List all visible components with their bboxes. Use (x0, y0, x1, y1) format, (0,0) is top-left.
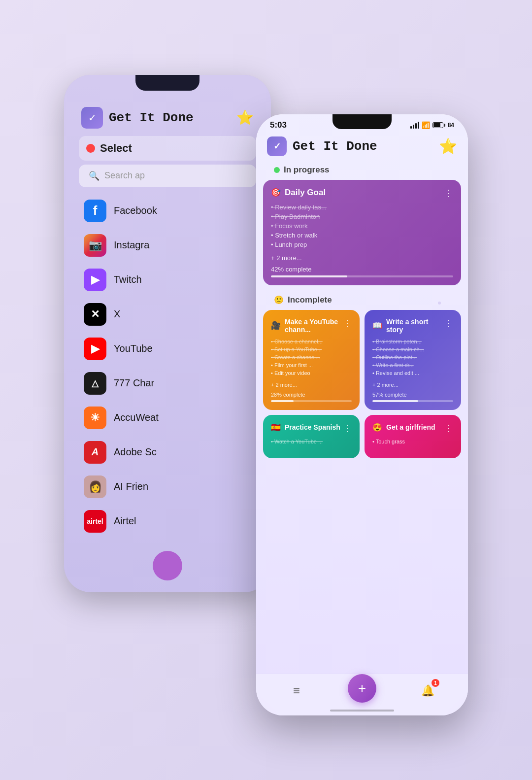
back-select-label: Select (100, 142, 132, 155)
front-phone-notch (332, 114, 392, 129)
unity-icon: △ (84, 372, 106, 395)
accuweather-icon: ☀ (84, 407, 106, 429)
card-header: 🇪🇸 Practice Spanish ⋮ (271, 423, 352, 434)
back-purple-button[interactable] (153, 551, 182, 580)
task-item: • Review daily tas... (271, 203, 453, 212)
front-phone-screen: 5:03 📶 84 (256, 114, 468, 715)
back-app-item-airtel[interactable]: airtel Airtel (76, 504, 259, 539)
battery-icon (432, 122, 445, 128)
back-search-icon: 🔍 (89, 170, 100, 181)
card-menu-daily-goal[interactable]: ⋮ (444, 188, 453, 199)
aifriend-icon: 👩 (84, 475, 106, 498)
in-progress-section-header: In progress (263, 161, 461, 180)
card-emoji-story: 📖 (372, 321, 382, 330)
main-content[interactable]: In progress 🎯 Daily Goal ⋮ • Review dail… (256, 161, 468, 686)
back-app-name-adobe: Adobe Sc (114, 446, 157, 458)
back-app-item-youtube[interactable]: ▶ YouTube (76, 332, 259, 366)
incomplete-section-header: 🙁 Incomplete (263, 291, 461, 310)
youtube-icon: ▶ (84, 338, 106, 360)
card-tasks-story: • Brainstorm poten... • Choose a main ch… (372, 338, 453, 377)
back-app-item-accuweather[interactable]: ☀ AccuWeat (76, 401, 259, 435)
card-emoji-spanish: 🇪🇸 (271, 423, 281, 432)
back-app-name-aifriend: AI Frien (114, 481, 148, 492)
card-practice-spanish[interactable]: 🇪🇸 Practice Spanish ⋮ • Watch a YouTube … (263, 415, 360, 458)
card-title-story: Write a short story (386, 318, 444, 334)
card-menu-spanish[interactable]: ⋮ (343, 423, 352, 434)
x-icon: ✕ (84, 303, 106, 326)
back-app-item-facebook[interactable]: f Facebook (76, 194, 259, 228)
back-header-title: Get It Done (109, 110, 194, 125)
card-menu-youtube[interactable]: ⋮ (343, 318, 352, 329)
task-item: • Create a channel... (271, 353, 352, 361)
task-item: • Outline the plot... (372, 353, 453, 361)
wifi-icon: 📶 (422, 121, 430, 129)
task-item: • Write a first dr... (372, 361, 453, 369)
task-item: • Watch a YouTube ... (271, 438, 352, 445)
card-header: 📖 Write a short story ⋮ (372, 318, 453, 334)
card-title-girlfriend: Get a girlfriend (386, 423, 435, 431)
phone-back: ✓ Get It Done ⭐ Select 🔍 Search ap f (64, 75, 271, 592)
nav-add-button[interactable]: + (348, 674, 376, 703)
progress-daily-goal: 42% complete (271, 266, 453, 277)
card-get-girlfriend[interactable]: 😍 Get a girlfriend ⋮ • Touch grass (365, 415, 461, 458)
card-tasks-spanish: • Watch a YouTube ... (271, 438, 352, 445)
task-item: • Set up a YouTube... (271, 345, 352, 353)
back-app-name-facebook: Facebook (114, 205, 157, 216)
back-header: ✓ Get It Done ⭐ (74, 100, 261, 134)
back-select-row[interactable]: Select (79, 136, 256, 161)
notify-icon: 🔔 (421, 684, 434, 697)
back-phone-screen: ✓ Get It Done ⭐ Select 🔍 Search ap f (64, 75, 271, 592)
back-app-item-instagram[interactable]: 📷 Instagra (76, 228, 259, 263)
card-title-youtube: Make a YouTube chann... (285, 318, 343, 334)
card-menu-story[interactable]: ⋮ (444, 318, 453, 329)
back-app-item-aifriend[interactable]: 👩 AI Frien (76, 470, 259, 504)
home-indicator (330, 710, 394, 712)
airtel-icon: airtel (84, 510, 106, 533)
card-youtube-channel[interactable]: 🎥 Make a YouTube chann... ⋮ • Choose a c… (263, 310, 360, 410)
back-app-name-777char: 777 Char (114, 377, 154, 389)
back-search-row[interactable]: 🔍 Search ap (79, 165, 256, 187)
back-app-item-x[interactable]: ✕ X (76, 297, 259, 332)
status-time: 5:03 (270, 120, 287, 130)
app-star-icon: ⭐ (439, 137, 457, 155)
menu-icon: ≡ (293, 684, 300, 698)
card-short-story[interactable]: 📖 Write a short story ⋮ • Brainstorm pot… (365, 310, 461, 410)
card-tasks-youtube: • Choose a channel... • Set up a YouTube… (271, 338, 352, 377)
card-daily-goal[interactable]: 🎯 Daily Goal ⋮ • Review daily tas... • P… (263, 180, 461, 285)
incomplete-label: Incomplete (288, 295, 332, 305)
back-star-icon: ⭐ (236, 109, 254, 126)
notify-badge: 1 (432, 679, 439, 687)
back-app-name-airtel: Airtel (114, 515, 136, 527)
task-item: • Focus work (271, 221, 453, 231)
facebook-icon: f (84, 200, 106, 222)
app-title: Get It Done (293, 139, 377, 154)
add-icon: + (358, 680, 366, 696)
card-header: 🎯 Daily Goal ⋮ (271, 188, 453, 199)
phone-front: 5:03 📶 84 (256, 114, 468, 715)
status-icons: 📶 84 (410, 121, 454, 129)
task-item: • Stretch or walk (271, 231, 453, 240)
progress-text-daily-goal: 42% complete (271, 266, 453, 273)
back-app-item-adobe[interactable]: A Adobe Sc (76, 435, 259, 470)
nav-notify-button[interactable]: 🔔 1 (418, 681, 437, 701)
progress-bar-bg-story (372, 400, 453, 402)
nav-menu-button[interactable]: ≡ (287, 681, 306, 701)
back-app-item-777char[interactable]: △ 777 Char (76, 366, 259, 401)
back-app-name-x: X (114, 308, 120, 320)
back-app-name-twitch: Twitch (114, 274, 142, 285)
in-progress-dot (274, 167, 280, 173)
back-search-text: Search ap (104, 170, 145, 181)
incomplete-cards-grid: 🎥 Make a YouTube chann... ⋮ • Choose a c… (263, 310, 461, 458)
back-app-name-accuweather: AccuWeat (114, 412, 159, 423)
back-app-item-twitch[interactable]: ▶ Twitch (76, 263, 259, 297)
card-menu-girlfriend[interactable]: ⋮ (444, 423, 453, 434)
progress-bar-bg-daily-goal (271, 275, 453, 277)
task-item: • Revise and edit ... (372, 369, 453, 377)
card-title-spanish: Practice Spanish (285, 423, 340, 431)
card-emoji-girlfriend: 😍 (372, 423, 382, 432)
card-more-story: + 2 more... (372, 382, 453, 388)
progress-bar-fill-youtube (271, 400, 294, 402)
task-item: • Lunch prep (271, 240, 453, 249)
instagram-icon: 📷 (84, 234, 106, 257)
app-header: ✓ Get It Done ⭐ (256, 133, 468, 161)
